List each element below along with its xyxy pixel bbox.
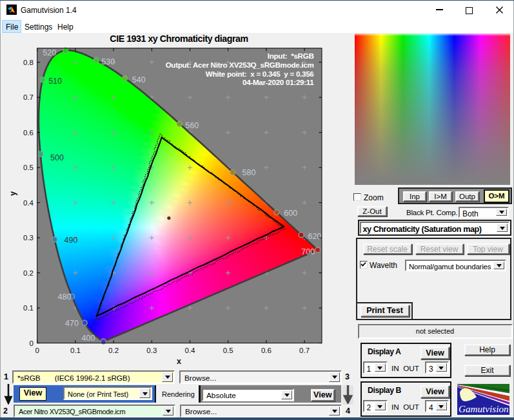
svg-text:540: 540 bbox=[132, 75, 146, 84]
svg-text:480: 480 bbox=[58, 292, 72, 301]
svg-text:y: y bbox=[8, 191, 17, 196]
svg-text:0.7: 0.7 bbox=[23, 93, 34, 101]
svg-text:490: 490 bbox=[64, 236, 78, 245]
svg-text:0.8: 0.8 bbox=[23, 59, 34, 66]
svg-text:400: 400 bbox=[82, 334, 95, 343]
svg-text:510: 510 bbox=[48, 77, 62, 86]
svg-text:700: 700 bbox=[301, 247, 315, 256]
svg-text:0.1: 0.1 bbox=[70, 347, 81, 354]
svg-text:0.2: 0.2 bbox=[108, 347, 119, 354]
svg-text:Output: Acer Nitro XV253Q_sRGB: Output: Acer Nitro XV253Q_sRGBmode.icm bbox=[166, 61, 314, 69]
svg-text:0.3: 0.3 bbox=[23, 234, 34, 242]
svg-text:0.2: 0.2 bbox=[23, 269, 34, 277]
svg-text:600: 600 bbox=[284, 209, 297, 218]
svg-text:0.6: 0.6 bbox=[23, 129, 34, 137]
svg-text:0.6: 0.6 bbox=[261, 347, 272, 354]
svg-text:470: 470 bbox=[65, 319, 79, 328]
svg-text:Gamutvision: Gamutvision bbox=[459, 403, 509, 414]
svg-text:0.4: 0.4 bbox=[23, 199, 34, 207]
svg-text:0.7: 0.7 bbox=[299, 347, 310, 354]
svg-text:0: 0 bbox=[30, 339, 34, 347]
svg-text:520: 520 bbox=[43, 48, 56, 57]
svg-text:620: 620 bbox=[308, 232, 321, 241]
svg-text:580: 580 bbox=[242, 168, 256, 177]
svg-text:x: x bbox=[177, 357, 181, 366]
svg-text:04-Mar-2020 01:29:11: 04-Mar-2020 01:29:11 bbox=[242, 78, 314, 86]
svg-text:0.1: 0.1 bbox=[23, 304, 34, 312]
svg-text:0: 0 bbox=[35, 347, 39, 354]
svg-text:0.3: 0.3 bbox=[146, 347, 157, 354]
svg-text:500: 500 bbox=[50, 153, 64, 162]
svg-text:0.4: 0.4 bbox=[185, 347, 196, 354]
svg-text:560: 560 bbox=[185, 121, 199, 130]
svg-text:White point: x = 0.345 y = 0: White point: x = 0.345 y = 0.356 bbox=[206, 70, 315, 78]
svg-text:530: 530 bbox=[101, 57, 115, 66]
svg-text:0.5: 0.5 bbox=[23, 164, 34, 171]
svg-text:Input: *sRGB: Input: *sRGB bbox=[268, 52, 314, 60]
svg-text:CIE 1931 xy Chromaticity diagr: CIE 1931 xy Chromaticity diagram bbox=[110, 33, 248, 44]
svg-text:0.5: 0.5 bbox=[223, 347, 233, 354]
